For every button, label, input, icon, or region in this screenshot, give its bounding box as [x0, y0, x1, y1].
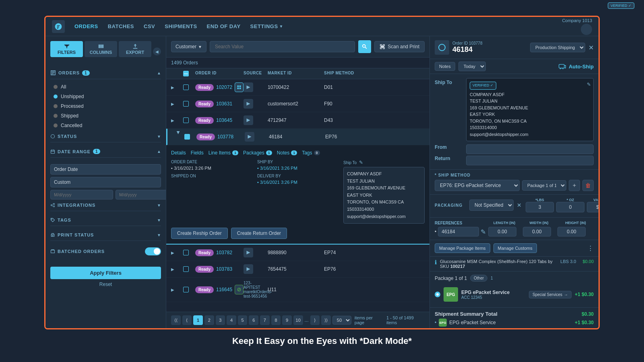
page-3-button[interactable]: 3 — [216, 315, 225, 325]
row-checkbox[interactable] — [183, 84, 189, 90]
table-row[interactable]: ▶ Ready 116645 123-APITEST maretktOrderI… — [166, 278, 429, 302]
row-expand-icon[interactable]: ▶ — [171, 118, 183, 123]
order-id-link[interactable]: 102072 — [216, 84, 232, 90]
filter-all[interactable]: All — [50, 82, 161, 91]
date-from-input[interactable] — [50, 190, 113, 200]
page-next-button[interactable]: ⟩ — [310, 315, 320, 325]
today-select[interactable]: Today — [458, 62, 486, 71]
nav-batches[interactable]: BATCHES — [108, 23, 134, 29]
page-5-button[interactable]: 5 — [238, 315, 248, 325]
clear-packaging-button[interactable]: ✕ — [515, 202, 523, 208]
create-return-button[interactable]: Create Return Order — [231, 228, 287, 239]
row-checkbox[interactable] — [183, 266, 189, 272]
scan-and-print-button[interactable]: Scan and Print — [374, 41, 425, 52]
table-row[interactable]: ▶ Ready 102072 10700422 — [166, 79, 429, 96]
row-expand-icon[interactable]: ▶ — [171, 102, 183, 106]
apply-filters-button[interactable]: Apply Filters — [50, 267, 161, 279]
batched-orders-section-header[interactable]: BATCHED ORDERS — [50, 244, 161, 259]
edit-ship-to-panel-icon[interactable]: ✎ — [587, 81, 591, 88]
tags-section-header[interactable]: TAGS ▼ — [50, 214, 161, 226]
page-9-button[interactable]: 9 — [282, 315, 292, 325]
sidebar-collapse-button[interactable]: ◀ — [153, 47, 161, 56]
detail-tab-notes[interactable]: Notes 1 — [277, 150, 297, 156]
row-expand-icon[interactable]: ▶ — [171, 85, 183, 90]
detail-tab-packages[interactable]: Packages 1 — [243, 150, 272, 156]
filter-shipped[interactable]: Shipped — [50, 111, 161, 120]
page-7-button[interactable]: 7 — [260, 315, 270, 325]
table-row[interactable]: ▶ Ready 103783 7654475 EP76 — [166, 261, 429, 278]
row-expand-icon[interactable]: ▶ — [171, 288, 183, 292]
order-id-link[interactable]: 103778 — [217, 134, 233, 140]
tab-columns[interactable]: COLUMNS — [85, 41, 117, 57]
row-checkbox[interactable] — [183, 287, 189, 292]
batched-orders-toggle[interactable] — [145, 247, 161, 255]
row-checkbox[interactable] — [183, 250, 189, 255]
detail-tab-fields[interactable]: Fields — [191, 150, 204, 156]
page-prev-button[interactable]: ⟨ — [182, 315, 192, 325]
date-range-type-select[interactable]: Custom — [50, 177, 161, 187]
table-row[interactable]: ▶ Ready 103645 4712947 D43 — [166, 112, 429, 129]
nav-shipments[interactable]: SHIPMENTS — [165, 23, 197, 29]
page-8-button[interactable]: 8 — [271, 315, 281, 325]
add-package-button[interactable]: ＋ — [569, 180, 580, 191]
row-checkbox[interactable] — [183, 117, 189, 123]
status-section-header[interactable]: STATUS ▼ — [50, 131, 161, 142]
tab-export[interactable]: EXPORT — [119, 41, 151, 57]
detail-tab-tags[interactable]: Tags 0 — [302, 150, 320, 156]
nav-end-of-day[interactable]: END OF DAY — [207, 23, 241, 29]
tab-filters[interactable]: FILTERS — [50, 41, 83, 57]
row-expand-icon[interactable]: ▶ — [171, 267, 183, 272]
delete-package-button[interactable]: 🗑 — [582, 180, 594, 191]
manage-package-items-button[interactable]: Manage Package Items — [435, 243, 490, 253]
app-logo[interactable] — [52, 20, 65, 33]
date-to-input[interactable] — [116, 190, 166, 200]
nav-orders[interactable]: ORDERS — [74, 23, 98, 29]
order-id-link[interactable]: 103631 — [216, 101, 232, 107]
date-range-section-header[interactable]: DATE RANGE 1 ▲ — [50, 146, 161, 158]
close-panel-button[interactable]: ✕ — [588, 44, 594, 51]
row-expand-icon[interactable]: ▶ — [171, 251, 183, 255]
table-row[interactable]: ▶ Ready 103631 customersort2 F90 — [166, 96, 429, 112]
table-row[interactable]: ▶ Ready 103778 46184 EP76 — [166, 129, 429, 145]
filter-processed[interactable]: Processed — [50, 102, 161, 111]
production-select[interactable]: Production Shipping — [530, 43, 585, 52]
items-per-page-select[interactable]: 50 — [332, 316, 351, 325]
more-options-button[interactable]: ⋮ — [587, 245, 594, 252]
page-6-button[interactable]: 6 — [249, 315, 258, 325]
service-radio[interactable] — [435, 292, 440, 297]
page-first-button[interactable]: ⟨⟨ — [171, 315, 181, 325]
customer-filter-select[interactable]: Customer ▼ — [171, 41, 206, 52]
page-1-button[interactable]: 1 — [193, 315, 203, 325]
detail-tab-details[interactable]: Details — [171, 150, 186, 156]
row-checkbox[interactable] — [183, 101, 189, 107]
manage-customs-button[interactable]: Manage Customs — [493, 243, 537, 253]
row-checkbox[interactable] — [184, 134, 190, 140]
order-id-link[interactable]: 116645 — [216, 287, 232, 292]
order-id-link[interactable]: 103782 — [216, 250, 232, 255]
filter-unshipped[interactable]: Unshipped — [50, 92, 161, 101]
orders-section-header[interactable]: ORDERS 1 ▲ — [50, 67, 161, 79]
create-reship-button[interactable]: Create Reship Order — [171, 228, 228, 239]
filter-cancelled[interactable]: Cancelled — [50, 121, 161, 130]
table-row[interactable]: ▶ Ready 103782 9888890 EP74 — [166, 245, 429, 261]
edit-ref-icon[interactable]: ✎ — [481, 228, 486, 236]
packaging-type-select[interactable]: Not Specified — [469, 200, 514, 211]
oz-input[interactable] — [556, 202, 584, 212]
order-date-select[interactable]: Order Date — [50, 164, 161, 175]
search-input[interactable] — [213, 41, 351, 52]
special-services-button[interactable]: Special Services → — [529, 291, 572, 298]
integrations-section-header[interactable]: INTEGRATIONS ▼ — [50, 200, 161, 211]
print-status-section-header[interactable]: PRINT STATUS ▼ — [50, 229, 161, 241]
page-10-button[interactable]: 10 — [293, 315, 303, 325]
select-all-checkbox[interactable]: — — [183, 71, 189, 76]
nav-csv[interactable]: CSV — [144, 23, 155, 29]
search-button[interactable] — [358, 40, 371, 53]
edit-ship-to-icon[interactable]: ✎ — [359, 160, 363, 165]
detail-tab-line-items[interactable]: Line Items 1 — [208, 150, 238, 156]
page-2-button[interactable]: 2 — [204, 315, 214, 325]
nav-settings[interactable]: SETTINGS ▼ — [250, 23, 283, 29]
notes-button[interactable]: Notes — [435, 62, 455, 71]
row-expand-icon[interactable]: ▶ — [176, 131, 181, 143]
reset-button[interactable]: Reset — [50, 282, 161, 287]
order-id-link[interactable]: 103783 — [216, 266, 232, 272]
